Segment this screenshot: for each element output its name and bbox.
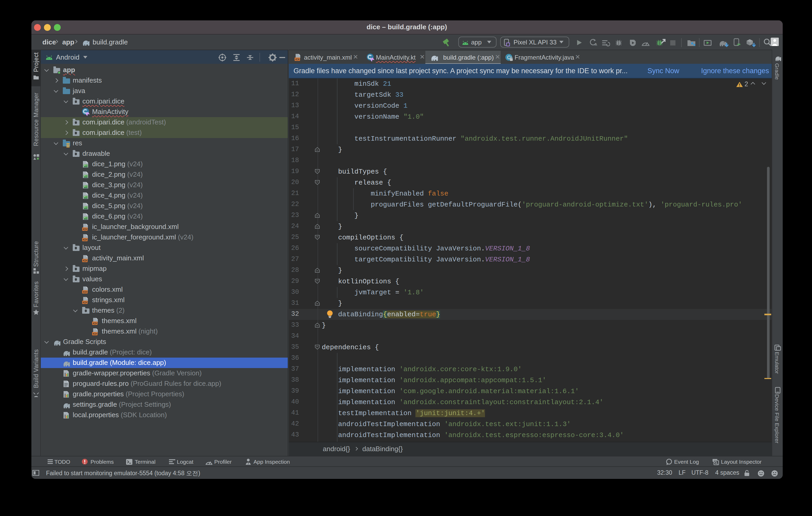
svg-text:<>: <> bbox=[83, 300, 87, 304]
svg-text:<>: <> bbox=[83, 290, 87, 294]
svg-text:<>: <> bbox=[295, 58, 299, 61]
svg-text:<>: <> bbox=[93, 321, 97, 325]
svg-text:<>: <> bbox=[83, 238, 87, 241]
svg-text:<>: <> bbox=[93, 332, 97, 335]
svg-text:A: A bbox=[594, 42, 597, 46]
svg-text:<>: <> bbox=[83, 259, 87, 262]
svg-text:<>: <> bbox=[83, 227, 87, 231]
